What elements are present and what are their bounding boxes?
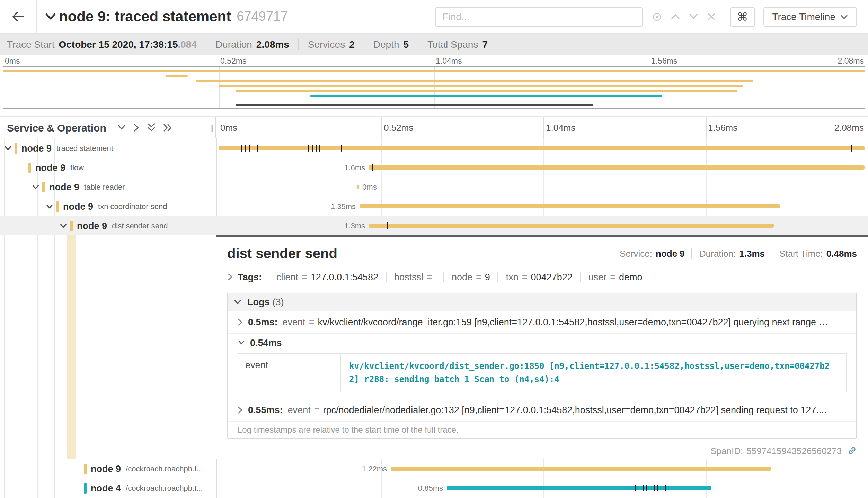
- copy-link-button[interactable]: [847, 446, 857, 455]
- ruler-tick: [381, 117, 382, 138]
- log-marker-tick: [657, 485, 658, 491]
- find-input[interactable]: [435, 7, 643, 27]
- chevron-down-icon: [238, 340, 245, 345]
- collapse-header-button[interactable]: [45, 12, 56, 21]
- span-detail-stats: Service:node 9 Duration:1.3ms Start Time…: [613, 248, 857, 259]
- chevron-down-icon: [233, 299, 242, 305]
- chevron-down-icon[interactable]: [32, 183, 39, 191]
- span-track[interactable]: 1.22ms: [216, 459, 868, 478]
- span-duration-bar[interactable]: [390, 467, 771, 471]
- minimap-tick-label: 1.04ms: [436, 57, 462, 65]
- log-marker-tick: [372, 164, 372, 171]
- span-duration-bar[interactable]: [369, 165, 865, 170]
- span-name-cell[interactable]: node 4/cockroach.roachpb.I...: [0, 478, 216, 498]
- span-duration-label: 1.6ms: [344, 163, 365, 172]
- log-marker-tick: [375, 222, 375, 229]
- span-track[interactable]: 1.35ms: [216, 197, 868, 216]
- span-name-cell[interactable]: node 9table reader: [0, 177, 216, 197]
- minimap-span-bar: [219, 85, 743, 87]
- span-name-cell[interactable]: node 9dist sender send: [0, 216, 216, 235]
- chevron-down-icon[interactable]: [60, 222, 67, 229]
- trace-view-selector[interactable]: Trace Timeline: [763, 7, 857, 27]
- span-rows-above-detail: node 9traced statementnode 9flow1.6msnod…: [0, 138, 868, 235]
- log-entry-collapsed[interactable]: 0.55ms: event = rpc/nodedialer/nodediale…: [228, 399, 856, 422]
- tag-item: txn=00427b22: [498, 272, 580, 282]
- span-row[interactable]: node 9txn coordinator send1.35ms: [0, 197, 868, 216]
- span-duration-bar[interactable]: [357, 185, 359, 189]
- logs-footnote: Log timestamps are relative to the start…: [228, 422, 856, 438]
- trace-summary-bar: Trace Start October 15 2020, 17:38:15 .0…: [0, 34, 868, 55]
- span-duration-bar[interactable]: [446, 486, 711, 490]
- prev-match-button[interactable]: [666, 8, 684, 26]
- log-marker-tick: [635, 485, 636, 491]
- column-resizer-handle[interactable]: ||: [210, 123, 213, 132]
- minimap-tick-label: 2.08ms: [838, 57, 864, 65]
- service-color-bar: [70, 220, 73, 231]
- span-track[interactable]: 1.3ms: [216, 216, 868, 235]
- span-track[interactable]: 0.85ms: [216, 478, 868, 498]
- expand-one-button[interactable]: [133, 123, 140, 132]
- ruler-tick: [706, 117, 707, 138]
- minimap-scrubber-bar: [236, 104, 593, 106]
- minimap-span-bar: [236, 90, 737, 92]
- span-row[interactable]: node 9dist sender send1.3ms: [0, 216, 868, 235]
- span-service: node 9: [63, 201, 93, 211]
- tags-row[interactable]: Tags: client=127.0.0.1:54582 hostssl= no…: [227, 267, 857, 287]
- span-row[interactable]: node 9/cockroach.roachpb.I...1.22ms: [0, 459, 868, 478]
- focus-match-button[interactable]: [648, 8, 666, 26]
- clear-search-button[interactable]: [702, 8, 720, 26]
- minimap-ruler: 0ms 0.52ms 1.04ms 1.56ms 2.08ms: [0, 55, 868, 66]
- span-service: node 4: [91, 483, 121, 493]
- span-track[interactable]: [216, 138, 868, 158]
- span-track[interactable]: 1.6ms: [216, 158, 868, 177]
- collapse-all-button[interactable]: [147, 123, 156, 132]
- log-entry-expanded: 0.54ms event kv/kvclient/kvcoord/dist_se…: [228, 334, 856, 392]
- log-field-value: kv/kvclient/kvcoord/dist_sender.go:1850 …: [341, 354, 846, 392]
- tag-item: node=9: [443, 272, 498, 282]
- span-row[interactable]: node 9flow1.6ms: [0, 158, 868, 177]
- chevron-down-icon: [840, 14, 848, 20]
- span-track[interactable]: 0ms: [216, 177, 868, 197]
- logs-section: Logs (3) 0.5ms: event = kv/kvclient/kvco…: [227, 293, 857, 439]
- span-name-cell[interactable]: node 9flow: [0, 158, 216, 177]
- chevron-down-icon: [117, 124, 126, 131]
- minimap-tick-label: 0.52ms: [220, 57, 246, 65]
- summary-total-spans: Total Spans 7: [418, 39, 497, 50]
- summary-trace-start: Trace Start October 15 2020, 17:38:15 .0…: [7, 39, 206, 50]
- log-entry-collapsed[interactable]: 0.5ms: event = kv/kvclient/kvcoord/range…: [228, 311, 856, 334]
- minimap-gridline: [219, 67, 220, 108]
- minimap-canvas[interactable]: [3, 66, 865, 109]
- logs-header[interactable]: Logs (3): [228, 293, 856, 311]
- span-duration-bar[interactable]: [369, 224, 774, 228]
- collapse-one-button[interactable]: [117, 124, 126, 131]
- span-timeline: node 9traced statementnode 9flow1.6msnod…: [0, 138, 868, 498]
- span-row[interactable]: node 9table reader0ms: [0, 177, 868, 197]
- keyboard-shortcuts-button[interactable]: ⌘: [730, 7, 755, 27]
- span-row[interactable]: node 4/cockroach.roachpb.I...0.85ms: [0, 478, 868, 498]
- span-duration-bar[interactable]: [359, 204, 780, 208]
- chevron-down-icon[interactable]: [4, 144, 12, 152]
- back-button[interactable]: [0, 0, 37, 34]
- target-icon: [652, 11, 662, 22]
- span-name-cell[interactable]: node 9/cockroach.roachpb.I...: [0, 459, 216, 478]
- stat-duration: Duration:1.3ms: [692, 248, 772, 259]
- next-match-button[interactable]: [684, 8, 702, 26]
- chevron-right-icon: [227, 273, 233, 281]
- span-detail-title: dist sender send: [227, 245, 337, 261]
- expand-all-button[interactable]: [163, 123, 173, 132]
- chevron-down-icon[interactable]: [46, 202, 53, 210]
- span-name-cell[interactable]: node 9txn coordinator send: [0, 197, 216, 216]
- span-rows-below-detail: node 9/cockroach.roachpb.I...1.22msnode …: [0, 459, 868, 498]
- trace-id: 6749717: [237, 9, 288, 24]
- log-marker-tick: [340, 145, 341, 152]
- log-marker-tick: [253, 145, 254, 152]
- minimap-span-bar: [166, 75, 188, 77]
- log-marker-tick: [665, 485, 666, 491]
- ruler-tick-label: 1.56ms: [708, 123, 737, 133]
- span-row[interactable]: node 9traced statement: [0, 138, 868, 158]
- service-color-bar: [15, 143, 17, 153]
- log-marker-tick: [387, 222, 388, 229]
- log-entry-header[interactable]: 0.54ms: [228, 334, 856, 352]
- span-name-cell[interactable]: node 9traced statement: [0, 138, 216, 158]
- log-marker-tick: [661, 485, 662, 491]
